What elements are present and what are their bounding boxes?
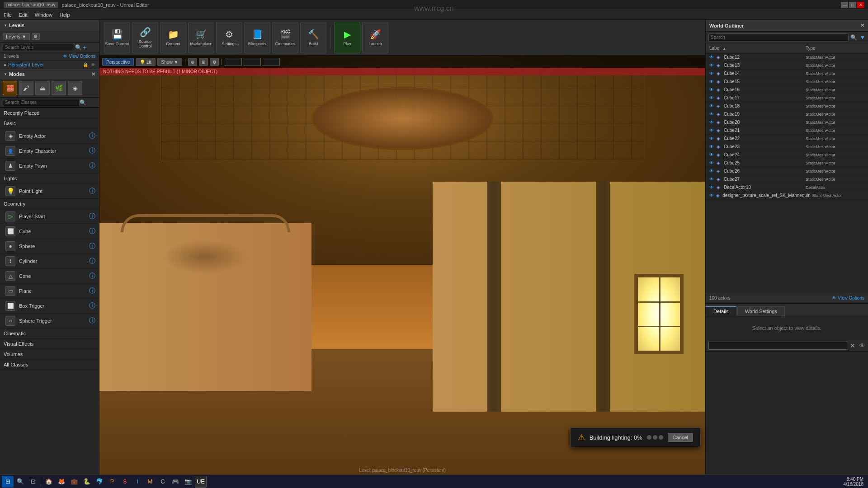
item-sphere-trigger[interactable]: ○ Sphere Trigger ⓘ: [0, 314, 99, 328]
outliner-item-3[interactable]: 👁 ◈ Cube15 StaticMeshActor: [706, 78, 868, 86]
search-taskbar-btn[interactable]: 🔍: [14, 476, 26, 488]
cube-info-btn[interactable]: ⓘ: [89, 227, 95, 235]
marketplace-btn[interactable]: 🛒 Marketplace: [188, 22, 214, 53]
taskbar-app-1[interactable]: 🏠: [43, 476, 55, 488]
blueprints-btn[interactable]: 📘 Blueprints: [244, 22, 270, 53]
category-geometry[interactable]: Geometry: [0, 199, 99, 209]
box-trigger-info-btn[interactable]: ⓘ: [89, 302, 95, 310]
outliner-item-9[interactable]: 👁 ◈ Cube21 StaticMeshActor: [706, 127, 868, 135]
outliner-item-8[interactable]: 👁 ◈ Cube20 StaticMeshActor: [706, 118, 868, 127]
taskbar-app-10[interactable]: C: [157, 476, 169, 488]
plane-info-btn[interactable]: ⓘ: [89, 287, 95, 295]
persistent-level-item[interactable]: ● Persistent Level 🔒 👁: [0, 61, 99, 69]
tab-world-settings[interactable]: World Settings: [737, 306, 785, 316]
search-classes-input[interactable]: [3, 99, 80, 106]
outliner-item-10[interactable]: 👁 ◈ Cube22 StaticMeshActor: [706, 135, 868, 143]
vp-icon-btn-3[interactable]: ⚙: [210, 58, 219, 66]
outliner-item-1[interactable]: 👁 ◈ Cube13 StaticMeshActor: [706, 61, 868, 70]
levels-dropdown-btn[interactable]: Levels ▼: [3, 33, 30, 40]
mode-landscape-btn[interactable]: ⛰: [35, 81, 50, 95]
outliner-item-7[interactable]: 👁 ◈ Cube19 StaticMeshActor: [706, 110, 868, 118]
save-current-btn[interactable]: 💾 Save Current: [104, 22, 130, 53]
item-plane[interactable]: ▭ Plane ⓘ: [0, 284, 99, 299]
category-recently-placed[interactable]: Recently Placed: [0, 108, 99, 118]
item-empty-actor[interactable]: ◈ Empty Actor ⓘ: [0, 129, 99, 144]
outliner-search-input[interactable]: [708, 33, 849, 42]
rotation-input[interactable]: 10°: [244, 58, 261, 66]
taskbar-app-12[interactable]: 📷: [182, 476, 194, 488]
menu-file[interactable]: File: [4, 12, 12, 18]
minimize-btn[interactable]: —: [841, 2, 848, 8]
item-cone[interactable]: △ Cone ⓘ: [0, 269, 99, 284]
outliner-view-options-btn[interactable]: 👁 View Options: [832, 296, 864, 300]
item-player-start[interactable]: ▷ Player Start ⓘ: [0, 209, 99, 224]
modes-close-btn[interactable]: ✕: [91, 71, 95, 77]
empty-char-info-btn[interactable]: ⓘ: [89, 147, 95, 155]
taskbar-app-9[interactable]: M: [144, 476, 156, 488]
close-btn[interactable]: ✕: [857, 2, 864, 8]
cone-info-btn[interactable]: ⓘ: [89, 272, 95, 280]
cylinder-info-btn[interactable]: ⓘ: [89, 257, 95, 265]
outliner-item-2[interactable]: 👁 ◈ Cube14 StaticMeshActor: [706, 70, 868, 78]
empty-pawn-info-btn[interactable]: ⓘ: [89, 162, 95, 170]
taskbar-app-6[interactable]: P: [106, 476, 118, 488]
outliner-item-6[interactable]: 👁 ◈ Cube18 StaticMeshActor: [706, 102, 868, 110]
outliner-item-11[interactable]: 👁 ◈ Cube23 StaticMeshActor: [706, 143, 868, 151]
category-visual-effects[interactable]: Visual Effects: [0, 339, 99, 349]
taskbar-ue4-btn[interactable]: UE: [195, 476, 207, 488]
point-light-info-btn[interactable]: ⓘ: [89, 187, 95, 195]
outliner-item-5[interactable]: 👁 ◈ Cube17 StaticMeshActor: [706, 94, 868, 102]
category-basic[interactable]: Basic: [0, 118, 99, 129]
item-empty-character[interactable]: 👤 Empty Character ⓘ: [0, 144, 99, 159]
details-search-input[interactable]: bloom: [708, 342, 848, 350]
build-btn[interactable]: 🔨 Build: [300, 22, 326, 53]
mode-place-btn[interactable]: 🧱: [3, 81, 17, 95]
category-cinematic[interactable]: Cinematic: [0, 328, 99, 339]
mode-mesh-btn[interactable]: ◈: [68, 81, 82, 95]
item-cube[interactable]: ⬜ Cube ⓘ: [0, 224, 99, 239]
mode-foliage-btn[interactable]: 🌿: [52, 81, 66, 95]
viewport-lit-btn[interactable]: 💡 Lit: [136, 58, 155, 66]
viewport[interactable]: Perspective 💡 Lit Show ▼ ⊕ ⊞ ⚙ 10 10° 0.…: [99, 56, 705, 474]
taskbar-app-7[interactable]: S: [119, 476, 131, 488]
viewport-show-btn[interactable]: Show ▼: [157, 58, 183, 66]
menu-window[interactable]: Window: [35, 12, 52, 18]
view-options-btn[interactable]: 👁 View Options: [63, 54, 95, 59]
taskview-btn[interactable]: ⊡: [27, 476, 39, 488]
settings-btn[interactable]: ⚙ Settings: [216, 22, 242, 53]
taskbar-app-8[interactable]: I: [132, 476, 143, 488]
item-sphere[interactable]: ● Sphere ⓘ: [0, 239, 99, 254]
outliner-item-12[interactable]: 👁 ◈ Cube24 StaticMeshActor: [706, 151, 868, 159]
empty-actor-info-btn[interactable]: ⓘ: [89, 132, 95, 140]
play-btn[interactable]: ▶ Play: [334, 22, 360, 53]
levels-settings-btn[interactable]: ⚙: [32, 33, 40, 40]
vp-icon-btn-2[interactable]: ⊞: [199, 58, 208, 66]
cinematics-btn[interactable]: 🎬 Cinematics: [272, 22, 298, 53]
mode-paint-btn[interactable]: 🖌: [19, 81, 33, 95]
taskbar-app-2[interactable]: 🦊: [56, 476, 67, 488]
details-eye-toggle[interactable]: 👁: [859, 342, 865, 349]
outliner-item-17[interactable]: 👁 ◈ designer_texture_scale_ref_SK_Manneq…: [706, 192, 868, 200]
levels-search-input[interactable]: [3, 44, 75, 51]
tab-details[interactable]: Details: [706, 306, 736, 316]
category-volumes[interactable]: Volumes: [0, 349, 99, 360]
taskbar-app-11[interactable]: 🎮: [170, 476, 181, 488]
item-empty-pawn[interactable]: ♟ Empty Pawn ⓘ: [0, 159, 99, 174]
player-start-info-btn[interactable]: ⓘ: [89, 212, 95, 221]
category-all-classes[interactable]: All Classes: [0, 360, 99, 370]
content-btn[interactable]: 📁 Content: [160, 22, 186, 53]
grid-size-input[interactable]: 10: [225, 58, 242, 66]
world-outliner-close-btn[interactable]: ✕: [860, 23, 864, 28]
item-point-light[interactable]: 💡 Point Light ⓘ: [0, 184, 99, 199]
outliner-item-4[interactable]: 👁 ◈ Cube16 StaticMeshActor: [706, 86, 868, 94]
outliner-item-14[interactable]: 👁 ◈ Cube26 StaticMeshActor: [706, 167, 868, 175]
item-cylinder[interactable]: ⌇ Cylinder ⓘ: [0, 254, 99, 269]
outliner-item-16[interactable]: 👁 ◈ DecalActor10 DecalActor: [706, 183, 868, 192]
category-lights[interactable]: Lights: [0, 174, 99, 184]
outliner-item-13[interactable]: 👁 ◈ Cube25 StaticMeshActor: [706, 159, 868, 167]
maximize-btn[interactable]: □: [849, 2, 856, 8]
source-control-btn[interactable]: 🔗 Source Control: [132, 22, 158, 53]
details-clear-btn[interactable]: ✕: [850, 342, 855, 349]
launch-btn[interactable]: 🚀 Launch: [362, 22, 388, 53]
outliner-item-0[interactable]: 👁 ◈ Cube12 StaticMeshActor: [706, 53, 868, 61]
